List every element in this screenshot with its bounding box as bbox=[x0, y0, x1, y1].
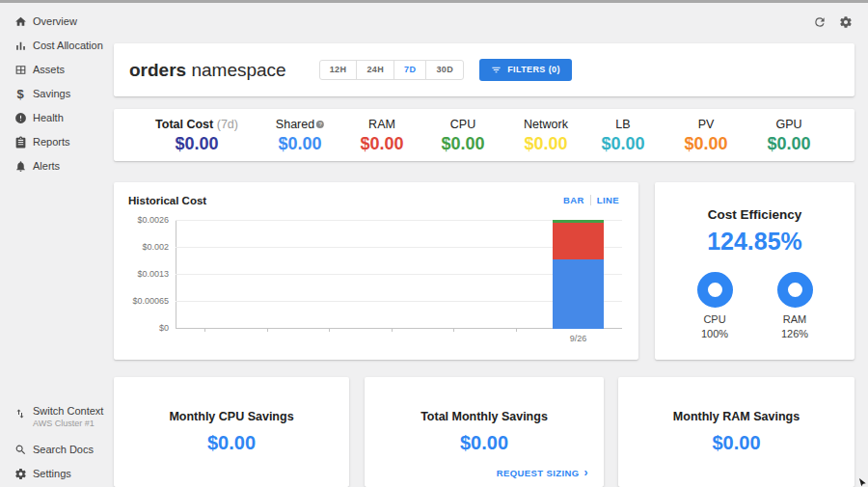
efficiency-donuts: CPU 100% RAM 126% bbox=[655, 272, 854, 341]
stat-label: LB bbox=[601, 118, 644, 131]
cost-summary-card: Total Cost (7d) $0.00 Shared? $0.00 RAM … bbox=[114, 109, 854, 161]
stat-value: $0.00 bbox=[276, 134, 324, 154]
mouse-cursor bbox=[859, 478, 868, 487]
x-tick bbox=[329, 328, 330, 332]
gear-icon[interactable] bbox=[838, 14, 853, 29]
stat-value: $0.00 bbox=[360, 134, 403, 154]
total-monthly-savings-card: Total Monthly Savings $0.00 REQUEST SIZI… bbox=[365, 377, 604, 487]
toggle-line-button[interactable]: LINE bbox=[591, 195, 625, 205]
range-30d-button[interactable]: 30D bbox=[425, 60, 464, 80]
stat-label: RAM bbox=[360, 118, 403, 131]
filter-icon bbox=[491, 65, 502, 75]
ram-efficiency: RAM 126% bbox=[766, 272, 824, 341]
stat-window-suffix: (7d) bbox=[213, 118, 238, 131]
request-sizing-link[interactable]: REQUEST SIZING › bbox=[497, 467, 588, 478]
stacked-bar-segment-ram-cost[interactable] bbox=[553, 223, 604, 259]
stat-lb: LB $0.00 bbox=[601, 109, 644, 161]
stat-network: Network $0.00 bbox=[524, 109, 568, 161]
chevron-right-icon: › bbox=[584, 467, 588, 478]
sidebar-item-label: Switch Context bbox=[33, 405, 103, 417]
y-tick-label: $0.0013 bbox=[137, 269, 169, 279]
sidebar-item-overview[interactable]: Overview bbox=[0, 10, 108, 33]
savings-card-title: Monthly CPU Savings bbox=[114, 410, 349, 423]
savings-card-value: $0.00 bbox=[618, 432, 854, 454]
x-tick-label: 9/26 bbox=[570, 334, 587, 343]
stat-value: $0.00 bbox=[524, 134, 568, 154]
app-window: Overview Cost Allocation Assets $ Saving… bbox=[0, 0, 868, 487]
historical-cost-plot[interactable]: $0$0.00065$0.0013$0.002$0.00269/26 bbox=[176, 220, 622, 328]
dollar-icon: $ bbox=[14, 87, 27, 100]
sidebar-item-reports[interactable]: Reports bbox=[0, 130, 108, 153]
stacked-bar-segment-cpu-cost[interactable] bbox=[553, 259, 604, 329]
y-tick-label: $0.00065 bbox=[132, 296, 169, 306]
x-tick bbox=[453, 328, 454, 332]
sidebar-item-cost-allocation[interactable]: Cost Allocation bbox=[0, 34, 108, 57]
page-title-name: orders bbox=[129, 60, 186, 80]
stat-gpu: GPU $0.00 bbox=[767, 109, 810, 161]
savings-card-value: $0.00 bbox=[365, 432, 604, 454]
sidebar: Overview Cost Allocation Assets $ Saving… bbox=[0, 3, 108, 487]
refresh-icon[interactable] bbox=[812, 14, 827, 29]
stat-pv: PV $0.00 bbox=[684, 109, 727, 161]
range-7d-button[interactable]: 7D bbox=[393, 60, 426, 80]
stat-shared: Shared? $0.00 bbox=[276, 109, 324, 161]
sidebar-item-switch-context[interactable]: Switch Context AWS Cluster #1 bbox=[0, 403, 108, 434]
stat-value: $0.00 bbox=[441, 134, 484, 154]
historical-cost-card: Historical Cost BAR LINE $0$0.00065$0.00… bbox=[114, 182, 638, 360]
page-title-type: namespace bbox=[186, 60, 286, 80]
cpu-donut-label: CPU bbox=[686, 312, 744, 327]
filters-button[interactable]: FILTERS (0) bbox=[479, 59, 572, 81]
stat-value: $0.00 bbox=[155, 134, 238, 154]
range-12h-button[interactable]: 12H bbox=[319, 60, 358, 80]
cost-efficiency-value: 124.85% bbox=[655, 228, 854, 256]
sidebar-item-label: Settings bbox=[33, 468, 71, 479]
filters-button-label: FILTERS (0) bbox=[507, 64, 560, 76]
y-tick-label: $0.0026 bbox=[137, 215, 169, 225]
bar-chart-icon bbox=[14, 39, 27, 52]
savings-card-title: Monthly RAM Savings bbox=[618, 410, 854, 423]
cost-efficiency-card: Cost Efficiency 124.85% CPU 100% RAM 126… bbox=[655, 182, 854, 360]
sidebar-item-settings[interactable]: Settings bbox=[0, 462, 108, 485]
y-tick-label: $0 bbox=[159, 323, 169, 333]
monthly-cpu-savings-card: Monthly CPU Savings $0.00 bbox=[114, 377, 349, 487]
x-tick bbox=[204, 328, 205, 332]
stat-value: $0.00 bbox=[767, 134, 810, 154]
chart-title: Historical Cost bbox=[128, 195, 206, 206]
ram-donut-value: 126% bbox=[766, 327, 824, 341]
savings-card-title: Total Monthly Savings bbox=[365, 410, 604, 423]
chart-type-toggle: BAR LINE bbox=[557, 195, 625, 205]
sidebar-item-label: Overview bbox=[33, 15, 77, 27]
sidebar-item-label: Assets bbox=[33, 64, 65, 75]
cost-efficiency-title: Cost Efficiency bbox=[655, 207, 854, 222]
page-header-card: orders namespace 12H 24H 7D 30D FILTERS … bbox=[114, 43, 854, 96]
stat-label: GPU bbox=[767, 118, 810, 131]
bell-icon bbox=[14, 159, 27, 173]
sidebar-item-assets[interactable]: Assets bbox=[0, 58, 108, 81]
ram-donut-label: RAM bbox=[766, 312, 824, 327]
page-title: orders namespace bbox=[129, 60, 286, 81]
stat-label: Network bbox=[524, 118, 568, 131]
monthly-ram-savings-card: Monthly RAM Savings $0.00 bbox=[618, 377, 854, 487]
topbar-actions bbox=[812, 14, 853, 29]
sidebar-item-search-docs[interactable]: Search Docs bbox=[0, 438, 108, 461]
stat-cpu: CPU $0.00 bbox=[441, 109, 484, 161]
request-sizing-label: REQUEST SIZING bbox=[497, 468, 580, 478]
stacked-bar-segment-other-cost[interactable] bbox=[553, 220, 604, 223]
stat-ram: RAM $0.00 bbox=[360, 109, 403, 161]
range-24h-button[interactable]: 24H bbox=[356, 60, 394, 80]
sidebar-item-health[interactable]: Health bbox=[0, 106, 108, 129]
cpu-donut-ring bbox=[697, 272, 733, 308]
x-tick bbox=[267, 328, 268, 332]
gear-icon bbox=[14, 467, 27, 480]
sidebar-item-savings[interactable]: $ Savings bbox=[0, 82, 108, 105]
info-icon[interactable]: ? bbox=[316, 121, 324, 128]
toggle-bar-button[interactable]: BAR bbox=[557, 195, 590, 205]
sidebar-item-alerts[interactable]: Alerts bbox=[0, 154, 108, 177]
x-tick bbox=[516, 328, 517, 332]
stat-label: PV bbox=[684, 118, 727, 131]
stat-value: $0.00 bbox=[601, 134, 644, 154]
sidebar-item-label: Reports bbox=[33, 136, 70, 148]
cpu-donut-value: 100% bbox=[686, 327, 744, 341]
ram-donut-ring bbox=[777, 272, 813, 308]
x-tick bbox=[392, 328, 393, 332]
